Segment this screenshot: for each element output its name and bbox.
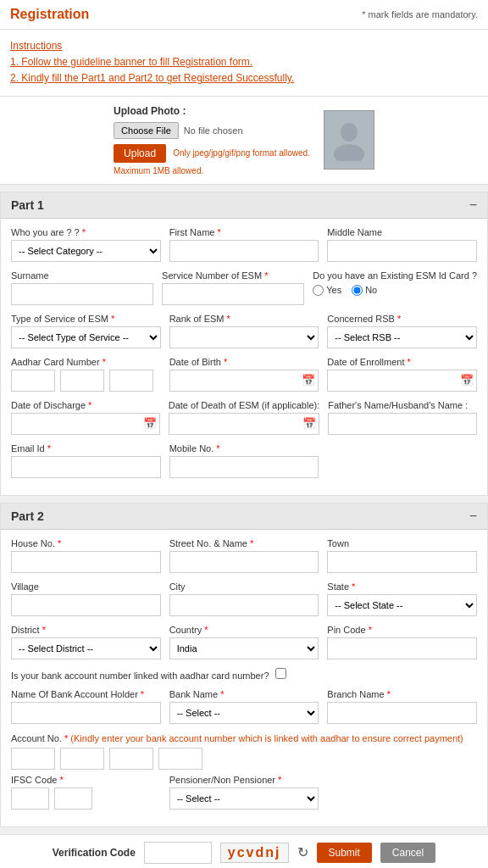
radio-no-label[interactable]: No: [352, 285, 377, 296]
account-no-part4-input[interactable]: [158, 748, 202, 770]
state-select[interactable]: -- Select State --: [327, 594, 477, 616]
col-dob: Date of Birth * 📅: [169, 357, 319, 392]
fathers-name-input[interactable]: [328, 413, 477, 435]
dob-calendar-icon[interactable]: 📅: [302, 374, 315, 387]
country-label: Country *: [169, 625, 319, 635]
col-type-of-service: Type of Service of ESM * -- Select Type …: [11, 314, 161, 348]
street-label: Street No. & Name *: [169, 538, 319, 548]
death-date-input[interactable]: [169, 413, 320, 435]
town-input[interactable]: [327, 551, 477, 573]
middle-name-input[interactable]: [327, 240, 477, 262]
service-number-input[interactable]: [162, 283, 304, 305]
ifsc-label: IFSC Code *: [11, 775, 161, 785]
col-village: Village: [11, 581, 161, 616]
col-death-date: Date of Death of ESM (if applicable): 📅: [169, 400, 320, 435]
upload-button[interactable]: Upload: [114, 144, 166, 163]
col-fathers-name: Father's Name/Husband's Name :: [328, 400, 477, 435]
dob-input[interactable]: [169, 370, 319, 392]
surname-label: Surname: [11, 270, 153, 281]
branch-name-input[interactable]: [327, 702, 477, 724]
col-branch-name: Branch Name *: [327, 689, 477, 724]
part2-collapse-icon[interactable]: −: [469, 509, 477, 524]
house-no-label: House No. *: [11, 538, 161, 548]
account-no-part3-input[interactable]: [109, 748, 153, 770]
instructions-line2[interactable]: 2. Kindly fill the Part1 and Part2 to ge…: [10, 70, 478, 86]
district-label: District *: [11, 625, 161, 635]
col-pincode: Pin Code *: [327, 625, 477, 659]
refresh-icon[interactable]: ↻: [297, 844, 308, 860]
discharge-date-label: Date of Discharge *: [11, 400, 160, 410]
state-label: State *: [327, 581, 477, 592]
pensioner-select[interactable]: -- Select --: [169, 787, 319, 810]
form-row-discharge-death-father: Date of Discharge * 📅 Date of Death of E…: [11, 400, 477, 435]
branch-name-label: Branch Name *: [327, 689, 477, 699]
aadhar-part3-input[interactable]: [109, 370, 153, 392]
country-select[interactable]: India: [169, 637, 319, 659]
mobile-input[interactable]: [169, 456, 319, 478]
account-holder-label: Name Of Bank Account Holder *: [11, 689, 161, 699]
street-input[interactable]: [169, 551, 319, 573]
city-label: City: [169, 581, 319, 592]
bank-linked-row: Is your bank account number linked with …: [11, 668, 477, 681]
death-calendar-icon[interactable]: 📅: [302, 417, 316, 430]
form-row-who-firstname-middle: Who you are ? ? * -- Select Category -- …: [11, 227, 477, 262]
account-no-part2-input[interactable]: [60, 748, 104, 770]
surname-input[interactable]: [11, 283, 153, 305]
bank-name-select[interactable]: -- Select --: [169, 702, 319, 724]
village-input[interactable]: [11, 594, 161, 616]
bank-linked-label[interactable]: Is your bank account number linked with …: [11, 668, 286, 681]
account-holder-input[interactable]: [11, 702, 161, 724]
form-row-service-rank-rsb: Type of Service of ESM * -- Select Type …: [11, 314, 477, 348]
rsb-select[interactable]: -- Select RSB --: [327, 326, 477, 348]
rank-select[interactable]: [169, 326, 319, 348]
village-label: Village: [11, 581, 161, 592]
part2-section: Part 2 − House No. * Street No. & Name *…: [0, 503, 488, 827]
first-name-input[interactable]: [169, 240, 319, 262]
form-row-surname-service-esm: Surname Service Number of ESM * Do you h…: [11, 270, 477, 305]
email-input[interactable]: [11, 456, 161, 478]
enrollment-date-input[interactable]: [327, 370, 477, 392]
form-row-village-city-state: Village City State * -- Select State --: [11, 581, 477, 616]
instructions-line1[interactable]: 1. Follow the guideline banner to fill R…: [10, 54, 478, 70]
district-select[interactable]: -- Select District --: [11, 637, 161, 659]
discharge-date-input[interactable]: [11, 413, 160, 435]
bank-linked-checkbox[interactable]: [275, 668, 286, 679]
aadhar-part2-input[interactable]: [60, 370, 104, 392]
instructions-heading[interactable]: Instructions: [10, 38, 478, 54]
ifsc-part2-input[interactable]: [54, 787, 92, 810]
radio-yes-label[interactable]: Yes: [313, 285, 341, 296]
footer-bar: Verification Code ycvdnj ↻ Submit Cancel: [0, 834, 488, 868]
captcha-input[interactable]: [144, 842, 212, 864]
svg-point-1: [334, 144, 364, 161]
col-rank: Rank of ESM *: [169, 314, 319, 348]
verification-label: Verification Code: [53, 847, 136, 859]
radio-no[interactable]: [352, 285, 363, 296]
upload-hint: Only jpeg/jpg/gif/png format allowed.: [173, 148, 310, 158]
pincode-input[interactable]: [327, 637, 477, 659]
house-no-input[interactable]: [11, 551, 161, 573]
aadhar-part1-input[interactable]: [11, 370, 55, 392]
concerned-rsb-label: Concerned RSB *: [327, 314, 477, 324]
cancel-button[interactable]: Cancel: [380, 843, 435, 863]
radio-yes[interactable]: [313, 285, 324, 296]
part1-collapse-icon[interactable]: −: [469, 198, 477, 213]
city-input[interactable]: [169, 594, 319, 616]
ifsc-part1-input[interactable]: [11, 787, 49, 810]
form-row-email-mobile: Email Id * Mobile No. *: [11, 443, 477, 478]
enrollment-date-wrapper: 📅: [327, 370, 477, 392]
who-you-are-select[interactable]: -- Select Category -- ESM Widow Dependen…: [11, 240, 161, 262]
account-no-label: Account No. * (Kindly enter your bank ac…: [11, 733, 463, 743]
enrollment-calendar-icon[interactable]: 📅: [460, 374, 474, 387]
existing-esm-radio-group: Yes No: [313, 285, 477, 296]
submit-button[interactable]: Submit: [317, 843, 372, 863]
svg-point-0: [341, 123, 358, 142]
first-name-label: First Name *: [169, 227, 319, 237]
choose-file-button[interactable]: Choose File: [114, 122, 179, 139]
discharge-calendar-icon[interactable]: 📅: [143, 417, 157, 430]
col-country: Country * India: [169, 625, 319, 659]
type-of-service-select[interactable]: -- Select Type of Service -- Army Navy A…: [11, 326, 161, 348]
account-no-part1-input[interactable]: [11, 748, 55, 770]
service-number-label: Service Number of ESM *: [162, 270, 304, 281]
part2-form-body: House No. * Street No. & Name * Town Vil…: [1, 530, 487, 826]
col-email: Email Id *: [11, 443, 161, 478]
